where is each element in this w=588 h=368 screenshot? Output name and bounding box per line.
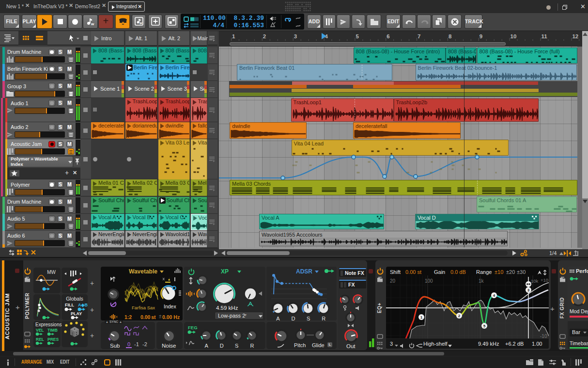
- svg-text:1: 1: [420, 315, 423, 320]
- svg-text:A◆B: A◆B: [78, 303, 88, 307]
- svg-text:w: w: [91, 22, 94, 26]
- svg-text:MW: MW: [47, 270, 56, 275]
- svg-text:Globals: Globals: [66, 296, 83, 302]
- svg-text:5: 5: [483, 324, 486, 328]
- svg-text:4: 4: [493, 293, 495, 298]
- svg-text:VEL: VEL: [36, 328, 44, 333]
- svg-text:3: 3: [527, 288, 530, 292]
- svg-text:FILL: FILL: [65, 303, 74, 307]
- svg-text:PLAY: PLAY: [71, 311, 82, 316]
- svg-text:TIMB: TIMB: [47, 328, 58, 333]
- svg-text:2: 2: [458, 314, 461, 318]
- svg-text:PRES: PRES: [47, 337, 59, 342]
- svg-text:w: w: [139, 21, 142, 25]
- svg-text:REL: REL: [36, 337, 44, 342]
- svg-text:Expressions: Expressions: [35, 322, 62, 327]
